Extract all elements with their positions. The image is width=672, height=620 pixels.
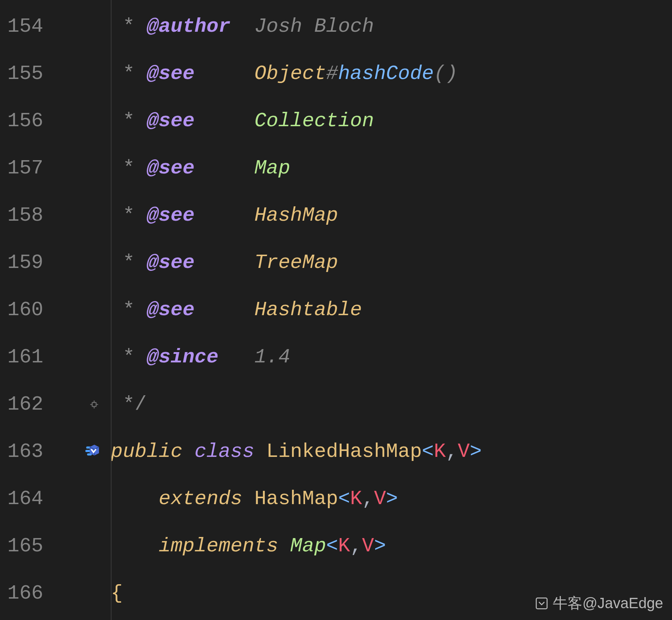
javadoc-tag: @see xyxy=(147,157,195,179)
gutter-icon-cell xyxy=(78,381,111,428)
gutter-icon-cell xyxy=(78,145,111,192)
gutter-icon-cell xyxy=(78,50,111,97)
javadoc-tag: @see xyxy=(147,62,195,85)
line-number: 157 xyxy=(0,145,78,192)
gutter-icon-cell xyxy=(78,334,111,381)
line-number: 161 xyxy=(0,334,78,381)
code-line[interactable]: * @author Josh Bloch xyxy=(111,3,672,50)
gutter-icon-cell xyxy=(78,428,111,475)
class-gutter-icon[interactable] xyxy=(84,441,104,463)
svg-rect-0 xyxy=(92,403,96,407)
line-number: 155 xyxy=(0,50,78,97)
javadoc-tag: @see xyxy=(147,110,195,132)
code-line[interactable]: * @see Object#hashCode() xyxy=(111,50,672,97)
line-number: 154 xyxy=(0,3,78,50)
javadoc-tag: @see xyxy=(147,299,195,321)
code-line[interactable]: * @see Hashtable xyxy=(111,286,672,334)
line-number: 158 xyxy=(0,192,78,239)
gutter-icon-cell xyxy=(78,523,111,570)
code-line[interactable]: extends HashMap<K,V> xyxy=(111,475,672,523)
gutter-icon-cell xyxy=(78,475,111,523)
code-line[interactable]: * @see TreeMap xyxy=(111,239,672,286)
icon-gutter xyxy=(78,0,111,620)
javadoc-tag: @since xyxy=(147,346,218,368)
code-editor[interactable]: 154155156157158159160161162163164165166 … xyxy=(0,0,672,620)
gutter-icon-cell xyxy=(78,286,111,334)
indent-guide xyxy=(111,0,112,620)
code-line[interactable]: */ xyxy=(111,381,672,428)
code-line[interactable]: implements Map<K,V> xyxy=(111,523,672,570)
watermark-icon xyxy=(534,595,550,612)
line-number: 164 xyxy=(0,475,78,523)
line-number: 165 xyxy=(0,523,78,570)
code-line[interactable]: * @see Map xyxy=(111,145,672,192)
line-number: 163 xyxy=(0,428,78,475)
code-area[interactable]: * @author Josh Bloch * @see Object#hashC… xyxy=(111,0,672,620)
watermark: 牛客@JavaEdge xyxy=(534,593,663,613)
line-number: 162 xyxy=(0,381,78,428)
code-line[interactable]: * @see HashMap xyxy=(111,192,672,239)
line-number-gutter: 154155156157158159160161162163164165166 xyxy=(0,0,78,620)
code-line[interactable]: * @see Collection xyxy=(111,97,672,145)
gutter-icon-cell xyxy=(78,570,111,617)
line-number: 160 xyxy=(0,286,78,334)
code-line[interactable]: * @since 1.4 xyxy=(111,334,672,381)
code-line[interactable]: public class LinkedHashMap<K,V> xyxy=(111,428,672,475)
svg-rect-1 xyxy=(536,598,547,609)
gutter-icon-cell xyxy=(78,3,111,50)
javadoc-tag: @see xyxy=(147,204,195,227)
gutter-icon-cell xyxy=(78,192,111,239)
line-number: 156 xyxy=(0,97,78,145)
gutter-icon-cell xyxy=(78,97,111,145)
line-number: 166 xyxy=(0,570,78,617)
javadoc-tag: @see xyxy=(147,251,195,274)
gutter-icon-cell xyxy=(78,239,111,286)
watermark-text: 牛客@JavaEdge xyxy=(553,593,663,613)
line-number: 159 xyxy=(0,239,78,286)
fold-icon[interactable] xyxy=(88,399,100,410)
javadoc-tag: @author xyxy=(147,15,230,38)
